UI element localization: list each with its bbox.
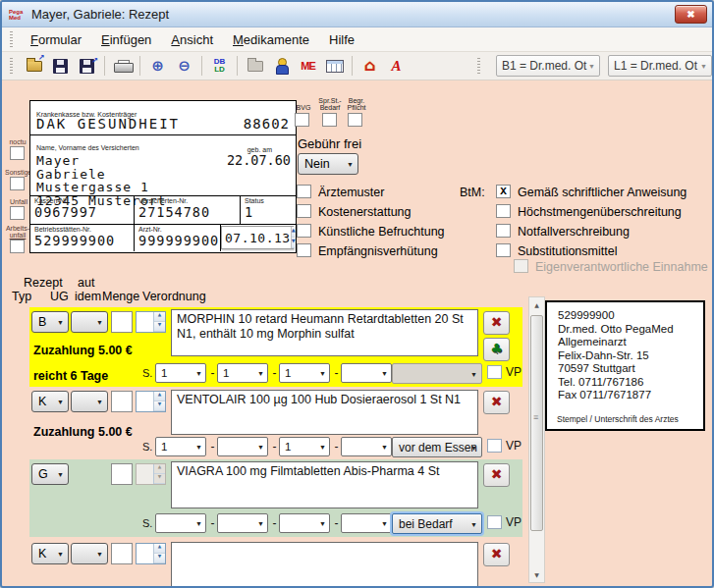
empfaengnisverhuetung-checkbox[interactable] [297,243,311,257]
dose-night-select[interactable] [341,437,392,456]
dose-noon-select[interactable]: 1 [217,363,268,383]
dose-evening-select[interactable] [279,513,330,533]
dose-evening-select[interactable]: 1 [279,363,330,383]
menge-spin-buttons[interactable]: ▲▼ [153,312,165,332]
unfall-checkbox[interactable] [10,206,25,220]
verordnung-textarea[interactable] [171,542,478,587]
date-spinner[interactable]: 07.10.13 ▲▼ [221,226,294,249]
kuenstliche-befruchtung-checkbox[interactable] [297,224,311,238]
kassen-nr-col: Kassen-Nr. 0967997 [30,196,135,224]
btm-notfall-checkbox[interactable] [496,224,511,238]
sonstige-checkbox[interactable] [10,177,25,190]
ug-select[interactable] [71,391,108,412]
spin-down-icon[interactable]: ▼ [292,238,296,248]
hint-select-focused[interactable]: bei Bedarf [392,513,482,534]
sprst-bedarf-checkbox[interactable] [322,113,337,127]
leistungserbringer-select[interactable]: L1 = Dr.med. Ot [608,55,712,77]
scrollbar-thumb[interactable] [530,315,543,531]
menge-spinner[interactable]: ▲▼ [136,311,166,333]
spin-up-icon[interactable]: ▲ [154,312,165,322]
aerztemuster-checkbox[interactable] [297,185,311,198]
kostenerstattung-checkbox[interactable] [297,204,311,218]
eigenverantwortliche-einnahme-label: Eigenverantwortliche Einnahme [535,260,708,274]
dose-night-select[interactable] [341,363,392,383]
arbeitsunfall-checkbox[interactable] [10,240,25,253]
verordnung-textarea[interactable]: MORPHIN 10 retard Heumann Retardtablette… [171,309,478,356]
spin-up-icon[interactable]: ▲ [154,392,165,401]
scroll-down-button[interactable]: ▼ [529,567,544,582]
typ-select[interactable]: K [31,543,69,564]
menu-einfuegen[interactable]: Einfügen [91,29,161,50]
close-button[interactable]: ✖ [675,5,707,24]
prescription-scrollbar[interactable]: ▲ ▼ [528,296,545,583]
scroll-up-button[interactable]: ▲ [529,297,544,312]
toolbar: ↗ ⊕ ⊖ DB LD ME ⌂ A B1 = Dr.med. Ot L1 = … [2,52,712,80]
vp-checkbox[interactable] [487,515,502,529]
btm-hoechstmenge-checkbox[interactable] [496,204,511,218]
dose-morning-select[interactable]: 1 [155,437,206,456]
aut-idem-checkbox[interactable] [111,311,133,333]
btm-anweisung-checkbox[interactable]: X [496,185,511,198]
btm-substitution-checkbox[interactable] [496,243,511,257]
dose-night-select[interactable] [341,513,392,533]
medikamente-button[interactable]: ME [296,54,320,79]
delete-row-button[interactable]: ✖ [483,311,510,335]
home-icon: ⌂ [364,58,375,74]
btm-info-button[interactable]: ♣ [483,338,510,361]
dose-evening-select[interactable]: 1 [279,437,330,456]
table-button[interactable] [322,54,347,79]
home-button[interactable]: ⌂ [357,54,382,79]
zoom-out-button[interactable]: ⊖ [172,54,196,79]
spin-down-icon[interactable]: ▼ [154,401,165,411]
zoom-in-button[interactable]: ⊕ [145,54,170,79]
verordnung-textarea[interactable]: VIAGRA 100 mg Filmtabletten Abis-Pharma … [171,461,478,508]
spin-down-icon[interactable]: ▼ [154,322,165,332]
menu-medikamente[interactable]: Medikamente [223,29,319,50]
save-button[interactable] [48,54,73,79]
typ-select[interactable]: K [31,391,69,412]
noctu-checkbox[interactable] [10,146,25,160]
spin-up-icon[interactable]: ▲ [292,227,296,238]
aut-idem-checkbox[interactable] [111,463,133,485]
ug-select[interactable] [71,543,108,564]
menu-ansicht[interactable]: Ansicht [161,29,223,50]
hint-select-disabled [392,363,482,384]
vp-group: VP [487,365,522,379]
menge-spin-buttons[interactable]: ▲▼ [153,392,165,411]
verordnung-textarea[interactable]: VENTOLAIR 100 µg 100 Hub Dosieraerosol 1… [171,390,478,435]
delete-row-button[interactable]: ✖ [483,543,510,566]
open-button[interactable] [22,54,46,79]
delete-row-button[interactable]: ✖ [483,391,510,414]
delete-row-button[interactable]: ✖ [483,463,510,487]
menge-spinner[interactable]: ▲▼ [136,543,166,564]
gebuehr-frei-select[interactable]: Nein [298,153,358,175]
arzneimittel-button[interactable]: A [384,54,409,79]
patient-edit-button[interactable] [269,54,294,79]
dose-morning-select[interactable] [155,513,206,533]
print-button[interactable] [110,54,135,79]
save-as-button[interactable]: ↗ [75,54,99,79]
typ-select[interactable]: G [31,463,69,485]
dose-noon-select[interactable] [217,437,268,456]
menu-hilfe[interactable]: Hilfe [319,29,364,50]
spin-down-icon[interactable]: ▼ [154,554,165,563]
vp-checkbox[interactable] [487,365,502,379]
aut-idem-checkbox[interactable] [111,391,133,412]
ug-select[interactable] [71,311,108,333]
spin-up-icon[interactable]: ▲ [154,544,165,554]
typ-select[interactable]: B [31,311,69,333]
dose-morning-select[interactable]: 1 [155,363,206,383]
dose-noon-select[interactable] [217,513,268,533]
menge-spinner[interactable]: ▲▼ [136,391,166,412]
behandler-select[interactable]: B1 = Dr.med. Ot [496,55,600,77]
hint-select[interactable]: vor dem Essen [392,437,482,457]
begr-pflicht-checkbox[interactable] [348,113,362,127]
bvg-checkbox[interactable] [295,113,309,127]
menge-value [137,312,153,332]
vp-checkbox[interactable] [487,439,502,453]
menge-spin-buttons[interactable]: ▲▼ [153,544,165,563]
date-spin-buttons[interactable]: ▲▼ [291,227,296,248]
db-ld-button[interactable]: DB LD [207,54,232,79]
menu-formular[interactable]: Formular [21,29,91,50]
aut-idem-checkbox[interactable] [111,543,133,564]
